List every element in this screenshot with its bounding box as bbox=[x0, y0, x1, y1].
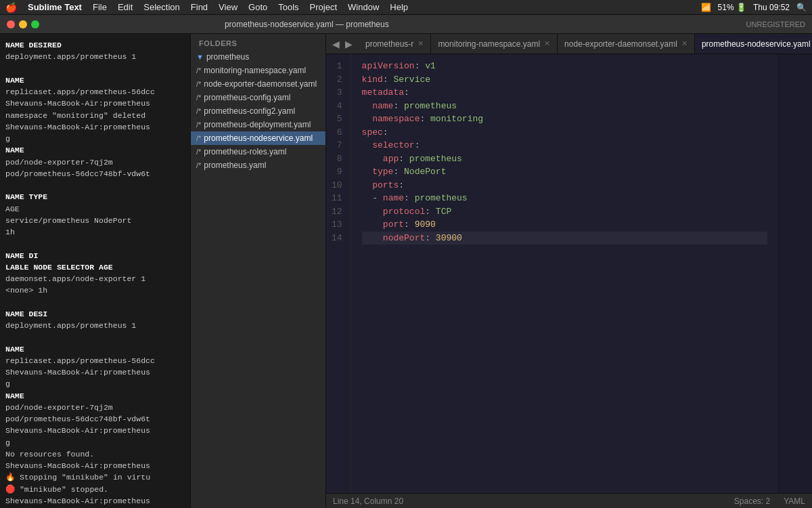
sidebar-file-item[interactable]: /*monitoring-namespace.yaml bbox=[191, 64, 325, 77]
code-line: ports: bbox=[362, 179, 767, 192]
yaml-plain bbox=[362, 140, 373, 150]
editor-tab[interactable]: monitoring-namespace.yaml✕ bbox=[431, 34, 558, 54]
menu-window[interactable]: Window bbox=[348, 2, 379, 12]
tab-close-button[interactable]: ✕ bbox=[544, 39, 550, 48]
yaml-value: prometheus bbox=[415, 193, 468, 203]
minimap bbox=[778, 54, 812, 493]
editor-content: 1234567891011121314 apiVersion: v1kind: … bbox=[326, 54, 812, 493]
yaml-key: spec bbox=[362, 127, 383, 137]
tab-close-button[interactable]: ✕ bbox=[418, 39, 424, 48]
yaml-value: prometheus bbox=[409, 154, 462, 164]
sidebar-root-folder[interactable]: ▼ prometheus bbox=[191, 50, 325, 64]
code-line: app: prometheus bbox=[362, 152, 767, 166]
menu-tools[interactable]: Tools bbox=[278, 2, 298, 12]
yaml-plain: : bbox=[383, 75, 394, 85]
code-line: namespace: monitoring bbox=[362, 112, 767, 126]
editor-tab[interactable]: prometheus-r✕ bbox=[359, 34, 431, 54]
spaces-indicator: Spaces: 2 bbox=[734, 496, 770, 506]
menu-help[interactable]: Help bbox=[390, 2, 408, 12]
apple-menu[interactable]: 🍎 bbox=[5, 2, 17, 13]
tabs-container: prometheus-r✕monitoring-namespace.yaml✕n… bbox=[359, 34, 812, 54]
menu-edit[interactable]: Edit bbox=[118, 2, 133, 12]
code-line: apiVersion: v1 bbox=[362, 60, 767, 73]
battery-indicator: 51% 🔋 bbox=[718, 3, 746, 12]
yaml-value: Service bbox=[393, 75, 430, 85]
yaml-key: protocol bbox=[383, 207, 425, 217]
sidebar-file-item[interactable]: /*prometheus.yaml bbox=[191, 158, 325, 172]
nav-right-button[interactable]: ▶ bbox=[343, 39, 355, 49]
tab-label: monitoring-namespace.yaml bbox=[438, 39, 540, 49]
nav-arrows: ◀ ▶ bbox=[326, 39, 359, 49]
sidebar-file-item[interactable]: /*prometheus-config.yaml bbox=[191, 91, 325, 104]
sidebar-file-label: node-exporter-daemonset.yaml bbox=[204, 79, 317, 89]
terminal-panel: NAME DESIREDdeployment.apps/prometheus 1… bbox=[0, 34, 191, 508]
app-name: Sublime Text bbox=[28, 2, 82, 12]
code-line: spec: bbox=[362, 126, 767, 140]
yaml-plain bbox=[362, 219, 383, 230]
yaml-plain: : bbox=[420, 114, 430, 124]
tab-close-button[interactable]: ✕ bbox=[681, 39, 687, 48]
spotlight-icon[interactable]: 🔍 bbox=[796, 3, 807, 12]
yaml-plain: : bbox=[393, 101, 404, 111]
maximize-button[interactable] bbox=[31, 20, 39, 28]
yaml-plain: : bbox=[404, 87, 409, 98]
minimize-button[interactable] bbox=[19, 20, 27, 28]
menu-find[interactable]: Find bbox=[191, 2, 208, 12]
code-line: name: prometheus bbox=[362, 100, 767, 113]
yaml-plain bbox=[362, 207, 383, 217]
menu-file[interactable]: File bbox=[93, 2, 107, 12]
editor-tab[interactable]: prometheus-nodeservice.yaml✕ bbox=[695, 34, 812, 54]
yaml-plain bbox=[362, 101, 373, 111]
yaml-plain: - bbox=[362, 193, 383, 203]
sidebar-file-label: prometheus-roles.yaml bbox=[204, 147, 286, 156]
file-icon: /* bbox=[196, 148, 201, 156]
menu-view[interactable]: View bbox=[219, 2, 238, 12]
line-number: 6 bbox=[332, 126, 342, 140]
file-icon: /* bbox=[196, 134, 201, 142]
sidebar: FOLDERS ▼ prometheus /*monitoring-namesp… bbox=[191, 34, 326, 508]
yaml-key: name bbox=[372, 101, 393, 111]
nav-left-button[interactable]: ◀ bbox=[330, 39, 342, 49]
line-number: 14 bbox=[332, 232, 342, 245]
menu-selection[interactable]: Selection bbox=[143, 2, 179, 12]
line-number: 12 bbox=[332, 205, 342, 219]
menubar: 🍎 Sublime Text File Edit Selection Find … bbox=[0, 0, 812, 15]
code-area[interactable]: apiVersion: v1kind: Servicemetadata: nam… bbox=[351, 54, 778, 493]
sidebar-file-item[interactable]: /*prometheus-nodeservice.yaml bbox=[191, 131, 325, 145]
yaml-plain: : bbox=[404, 219, 415, 230]
terminal-content[interactable]: NAME DESIREDdeployment.apps/prometheus 1… bbox=[0, 34, 190, 508]
yaml-value: prometheus bbox=[404, 101, 457, 111]
yaml-value: monitoring bbox=[430, 114, 483, 124]
yaml-key: metadata bbox=[362, 87, 404, 98]
sidebar-file-item[interactable]: /*prometheus-roles.yaml bbox=[191, 145, 325, 158]
yaml-key: selector bbox=[372, 140, 414, 150]
sidebar-file-label: prometheus-config.yaml bbox=[204, 93, 290, 102]
line-number: 3 bbox=[332, 86, 342, 100]
sidebar-file-item[interactable]: /*node-exporter-daemonset.yaml bbox=[191, 77, 325, 91]
line-number: 4 bbox=[332, 100, 342, 113]
yaml-number: 9090 bbox=[415, 219, 436, 230]
menu-goto[interactable]: Goto bbox=[248, 2, 267, 12]
yaml-key: app bbox=[383, 154, 399, 164]
tab-label: prometheus-nodeservice.yaml bbox=[702, 39, 811, 49]
status-bar: Line 14, Column 20 Spaces: 2 YAML bbox=[326, 493, 812, 508]
sidebar-file-item[interactable]: /*prometheus-config2.yaml bbox=[191, 104, 325, 118]
yaml-key: type bbox=[372, 167, 393, 177]
status-right: Spaces: 2 YAML bbox=[734, 496, 805, 506]
yaml-value: TCP bbox=[436, 207, 451, 217]
sidebar-folder-label: prometheus bbox=[206, 52, 249, 62]
yaml-key: kind bbox=[362, 75, 383, 85]
line-number: 11 bbox=[332, 192, 342, 205]
traffic-lights bbox=[7, 20, 39, 28]
code-line: metadata: bbox=[362, 86, 767, 100]
sidebar-file-item[interactable]: /*prometheus-deployment.yaml bbox=[191, 118, 325, 131]
yaml-key: namespace bbox=[372, 114, 420, 124]
menu-project[interactable]: Project bbox=[310, 2, 337, 12]
close-button[interactable] bbox=[7, 20, 15, 28]
editor-tab[interactable]: node-exporter-daemonset.yaml✕ bbox=[558, 34, 695, 54]
yaml-key: port bbox=[383, 219, 404, 230]
yaml-plain: : bbox=[393, 167, 404, 177]
tab-label: node-exporter-daemonset.yaml bbox=[564, 39, 677, 49]
yaml-plain: : bbox=[399, 180, 404, 190]
file-icon: /* bbox=[196, 107, 201, 115]
